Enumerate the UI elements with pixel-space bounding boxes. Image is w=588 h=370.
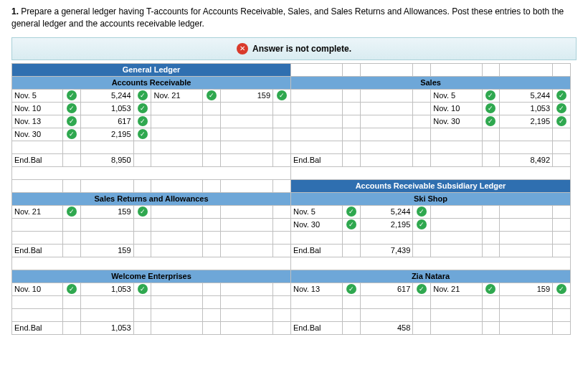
amount-cell[interactable]: 159 xyxy=(220,89,273,102)
sales-header: Sales xyxy=(291,76,571,89)
check-icon: ✓ xyxy=(482,89,500,102)
date-cell[interactable]: Nov. 21 xyxy=(12,205,63,218)
date-cell[interactable]: Nov. 10 xyxy=(431,102,482,115)
table-row xyxy=(12,179,291,192)
table-row: Nov. 13 ✓ 617 ✓ Nov. 21 ✓ 159 ✓ xyxy=(291,283,571,295)
table-row xyxy=(291,128,571,141)
amount-cell[interactable]: 1,053 xyxy=(81,283,134,295)
balance-row: End.Bal 1,053 xyxy=(12,321,291,334)
check-icon: ✓ xyxy=(553,115,571,128)
welcome-header: Welcome Enterprises xyxy=(12,270,291,283)
date-cell[interactable]: Nov. 10 xyxy=(12,102,63,115)
table-row: Nov. 30 ✓ 2,195 ✓ xyxy=(291,218,571,231)
table-row xyxy=(12,308,291,321)
table-row: Nov. 5 ✓ 5,244 ✓ Nov. 21 ✓ 159 ✓ xyxy=(12,89,291,102)
endbal-label: End.Bal xyxy=(291,153,342,166)
amount-cell[interactable]: 2,195 xyxy=(500,115,553,128)
endbal-label: End.Bal xyxy=(291,321,342,334)
date-cell[interactable]: Nov. 13 xyxy=(291,283,342,295)
question-text: 1. Prepare a general ledger having T-acc… xyxy=(11,6,577,30)
endbal-label: End.Bal xyxy=(12,321,63,334)
table-row: Nov. 30 ✓ 2,195 ✓ xyxy=(12,128,291,141)
question-body: Prepare a general ledger having T-accoun… xyxy=(11,6,564,29)
check-icon: ✓ xyxy=(553,89,571,102)
balance-cell: 7,439 xyxy=(360,244,413,257)
endbal-label: End.Bal xyxy=(12,153,63,166)
check-icon: ✓ xyxy=(63,102,81,115)
amount-cell[interactable]: 159 xyxy=(81,205,134,218)
date-cell[interactable]: Nov. 30 xyxy=(431,115,482,128)
table-row xyxy=(12,218,291,231)
table-row: Nov. 10 ✓ 1,053 ✓ xyxy=(12,102,291,115)
table-row xyxy=(12,141,291,153)
check-icon: ✓ xyxy=(413,205,431,218)
date-cell[interactable]: Nov. 5 xyxy=(12,89,63,102)
table-row: Nov. 5 ✓ 5,244 ✓ xyxy=(291,89,571,102)
balance-cell: 458 xyxy=(360,321,413,334)
accounts-receivable-header: Accounts Receivable xyxy=(12,76,291,89)
table-row xyxy=(291,308,571,321)
amount-cell[interactable]: 1,053 xyxy=(81,102,134,115)
date-cell[interactable]: Nov. 30 xyxy=(12,128,63,141)
amount-cell[interactable]: 5,244 xyxy=(360,205,413,218)
check-icon: ✓ xyxy=(63,89,81,102)
table-row: Nov. 5 ✓ 5,244 ✓ xyxy=(291,205,571,218)
endbal-label: End.Bal xyxy=(12,244,63,257)
amount-cell[interactable]: 617 xyxy=(360,283,413,295)
table-row: Nov. 10 ✓ 1,053 ✓ xyxy=(12,283,291,295)
check-icon: ✓ xyxy=(482,115,500,128)
balance-row: End.Bal 8,950 xyxy=(12,153,291,166)
zia-header: Zia Natara xyxy=(291,270,571,283)
table-row xyxy=(291,141,571,153)
table-row xyxy=(291,295,571,308)
check-icon: ✓ xyxy=(133,115,151,128)
amount-cell[interactable]: 2,195 xyxy=(360,218,413,231)
table-row: Nov. 30 ✓ 2,195 ✓ xyxy=(291,115,571,128)
date-cell[interactable]: Nov. 5 xyxy=(431,89,482,102)
check-icon: ✓ xyxy=(202,89,220,102)
date-cell[interactable]: Nov. 21 xyxy=(151,89,202,102)
check-icon: ✓ xyxy=(553,102,571,115)
amount-cell[interactable]: 5,244 xyxy=(500,89,553,102)
question-number: 1. xyxy=(11,6,19,16)
amount-cell[interactable]: 5,244 xyxy=(81,89,134,102)
check-icon: ✓ xyxy=(342,205,360,218)
balance-row: End.Bal 8,492 xyxy=(291,153,571,166)
date-cell[interactable]: Nov. 10 xyxy=(12,283,63,295)
check-icon: ✓ xyxy=(482,102,500,115)
check-icon: ✓ xyxy=(133,89,151,102)
date-cell[interactable]: Nov. 21 xyxy=(431,283,482,295)
amount-cell[interactable]: 1,053 xyxy=(500,102,553,115)
check-icon: ✓ xyxy=(413,283,431,295)
table-row: Nov. 10 ✓ 1,053 ✓ xyxy=(291,102,571,115)
check-icon: ✓ xyxy=(133,128,151,141)
table-row xyxy=(12,231,291,244)
endbal-label: End.Bal xyxy=(291,244,342,257)
date-cell[interactable]: Nov. 30 xyxy=(291,218,342,231)
table-row xyxy=(291,231,571,244)
date-cell[interactable]: Nov. 13 xyxy=(12,115,63,128)
balance-cell: 1,053 xyxy=(81,321,134,334)
check-icon: ✓ xyxy=(553,283,571,295)
balance-cell: 159 xyxy=(81,244,134,257)
alert-text: Answer is not complete. xyxy=(252,44,351,54)
ski-shop-header: Ski Shop xyxy=(291,192,571,205)
table-row xyxy=(291,63,571,76)
balance-row: End.Bal 458 xyxy=(291,321,571,334)
amount-cell[interactable]: 2,195 xyxy=(81,128,134,141)
table-row xyxy=(12,295,291,308)
general-ledger-header: General Ledger xyxy=(12,63,291,76)
sales-returns-header: Sales Returns and Allowances xyxy=(12,192,291,205)
check-icon: ✓ xyxy=(342,218,360,231)
check-icon: ✓ xyxy=(273,89,291,102)
amount-cell[interactable]: 159 xyxy=(500,283,553,295)
check-icon: ✓ xyxy=(133,102,151,115)
table-row: Nov. 13 ✓ 617 ✓ xyxy=(12,115,291,128)
balance-row: End.Bal 7,439 xyxy=(291,244,571,257)
left-ledger-table: General Ledger Accounts Receivable Nov. … xyxy=(11,63,291,335)
check-icon: ✓ xyxy=(63,128,81,141)
check-icon: ✓ xyxy=(482,283,500,295)
check-icon: ✓ xyxy=(342,283,360,295)
date-cell[interactable]: Nov. 5 xyxy=(291,205,342,218)
amount-cell[interactable]: 617 xyxy=(81,115,134,128)
